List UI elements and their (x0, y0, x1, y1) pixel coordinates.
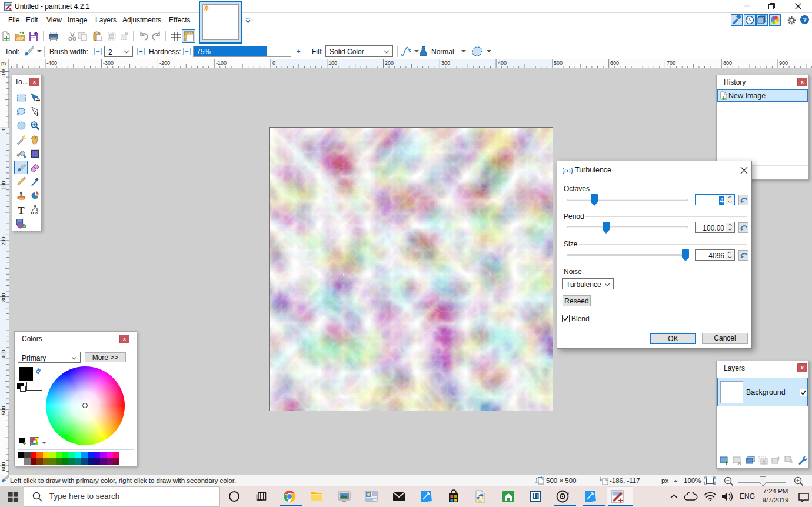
svg-text:100: 100 (1, 181, 6, 189)
svg-text:300: 300 (1, 293, 6, 302)
svg-text:0: 0 (1, 127, 6, 130)
svg-text:400: 400 (1, 349, 6, 358)
svg-text:-100: -100 (1, 68, 6, 78)
svg-text:500: 500 (1, 406, 6, 415)
svg-text:200: 200 (1, 236, 6, 245)
svg-text:600: 600 (1, 462, 6, 471)
svg-text:?: ? (803, 16, 807, 24)
svg-text:T: T (18, 205, 25, 215)
